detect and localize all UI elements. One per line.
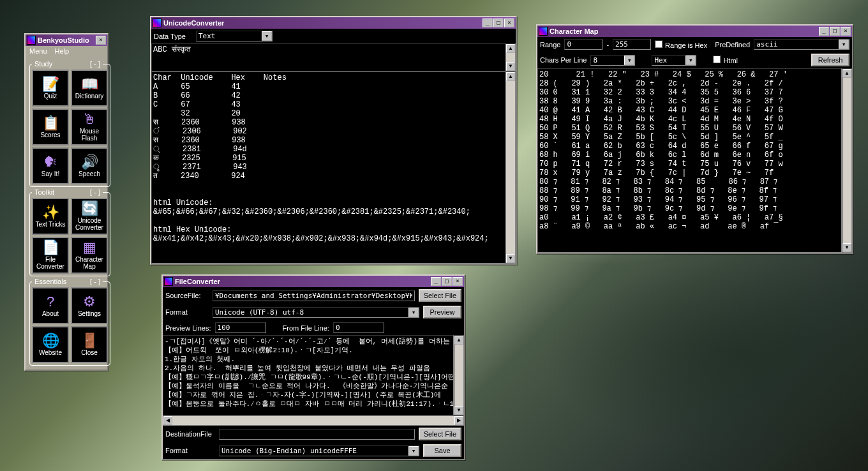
close-icon[interactable]: × [841, 27, 851, 36]
from-line-input[interactable] [333, 322, 384, 333]
tool-label: Say It! [41, 170, 59, 177]
tool-label: Quiz [44, 93, 57, 100]
charmap-grid[interactable]: 20 21 ! 22 " 23 # 24 $ 25 % 26 & 27 ' 28… [537, 68, 842, 253]
tool-icon: ✨ [42, 206, 59, 220]
tool-button-mouse-flash[interactable]: 🖱Mouse Flash [71, 108, 108, 146]
tool-icon: ▦ [83, 241, 96, 255]
tool-label: Mouse Flash [72, 128, 107, 142]
scrollbar-v[interactable]: ▲▼ [505, 43, 516, 71]
tool-button-website[interactable]: 🌐Website [32, 326, 69, 363]
toolbox-titlebar[interactable]: BenkyouStudio × [26, 34, 107, 46]
uconv-titlebar[interactable]: UnicodeConverter _ □ × [151, 17, 516, 29]
tool-label: Text Tricks [35, 221, 65, 228]
menu-item[interactable]: Menu [29, 47, 47, 55]
scrollbar-v[interactable]: ▲▼ [505, 71, 516, 264]
rangeis-label: Range is Hex [655, 40, 707, 49]
group-essentials: Essentials[ - ] ?About⚙Settings🌐Website🚪… [29, 278, 110, 366]
charmap-titlebar[interactable]: Character Map _ □ × [537, 26, 852, 37]
preview-lines-label: Preview Lines: [165, 324, 211, 332]
scrollbar-v[interactable]: ▲▼ [454, 335, 464, 415]
tool-label: Settings [78, 310, 101, 317]
tool-button-settings[interactable]: ⚙Settings [71, 287, 108, 324]
tool-button-dictionary[interactable]: 📖Dictionary [71, 70, 108, 107]
tool-button-text-tricks[interactable]: ✨Text Tricks [32, 198, 69, 235]
rangeis-checkbox[interactable] [655, 40, 662, 48]
html-label: Html [713, 56, 738, 64]
maximize-icon[interactable]: □ [493, 19, 504, 27]
collapse-button[interactable]: [ - ] [90, 188, 100, 196]
tool-label: About [42, 310, 59, 317]
close-icon[interactable]: × [96, 36, 106, 45]
preview-lines-input[interactable] [215, 322, 266, 333]
dst-format-select[interactable]: Unicode (Big-Endian) unicodeFFFE [219, 445, 419, 456]
source-path-input[interactable] [213, 290, 415, 301]
html-checkbox[interactable] [713, 56, 721, 63]
uconv-input[interactable]: ABC संस्कृत [151, 43, 505, 71]
app-icon [164, 277, 173, 286]
menu-bar: Menu Help [26, 46, 107, 56]
menu-item[interactable]: Help [55, 47, 70, 55]
tool-icon: 🌐 [42, 334, 59, 348]
tool-button-speech[interactable]: 🔊Speech [71, 147, 108, 184]
tool-icon: 📄 [42, 241, 59, 255]
scrollbar-h[interactable]: ◀▶ [163, 415, 464, 426]
tool-button-quiz[interactable]: 📝Quiz [32, 70, 69, 107]
close-icon[interactable]: × [453, 277, 463, 286]
minimize-icon[interactable]: _ [819, 27, 829, 36]
fconv-title: FileConverter [175, 278, 431, 285]
minimize-icon[interactable]: _ [431, 277, 441, 286]
tool-button-file-converter[interactable]: 📄File Converter [32, 237, 69, 274]
close-icon[interactable]: × [504, 19, 514, 27]
tool-button-say-it-[interactable]: 🗣Say It! [32, 147, 69, 184]
dest-path-input[interactable] [219, 429, 415, 440]
tool-label: Scores [40, 131, 60, 138]
tool-button-about[interactable]: ?About [32, 287, 69, 324]
range-from-input[interactable] [564, 39, 602, 50]
tool-icon: ? [47, 295, 54, 309]
app-icon [27, 36, 36, 45]
collapse-button[interactable]: [ - ] [90, 60, 100, 68]
predef-label: PreDefined [715, 41, 750, 49]
uconv-title: UnicodeConverter [163, 19, 483, 27]
range-to-input[interactable] [613, 39, 651, 50]
group-study: Study[ - ] 📝Quiz📖Dictionary📋Scores🖱Mouse… [29, 60, 110, 187]
cpl-select[interactable]: 8 [590, 55, 635, 66]
tool-icon: 🖱 [82, 112, 96, 126]
mode-select[interactable]: Hex [652, 55, 696, 66]
src-format-select[interactable]: Unicode (UTF-8) utf-8 [213, 307, 419, 318]
maximize-icon[interactable]: □ [830, 27, 840, 36]
select-file-button[interactable]: Select File [419, 289, 461, 302]
tool-label: Website [39, 349, 62, 356]
maximize-icon[interactable]: □ [442, 277, 452, 286]
datatype-select[interactable]: Text [196, 31, 273, 41]
select-file-button[interactable]: Select File [419, 428, 461, 440]
preview-button[interactable]: Preview [423, 306, 461, 318]
scrollbar-v[interactable]: ▲▼ [842, 68, 852, 253]
charmap-title: Character Map [550, 27, 819, 35]
tool-button-character-map[interactable]: ▦Character Map [71, 237, 108, 274]
toolbox-title: BenkyouStudio [38, 36, 96, 44]
tool-icon: 📝 [42, 77, 59, 91]
collapse-button[interactable]: [ - ] [90, 278, 100, 285]
save-button[interactable]: Save [423, 444, 461, 457]
tool-button-unicode-converter[interactable]: 🔄Unicode Converter [71, 198, 108, 235]
from-line-label: From File Line: [283, 324, 329, 332]
fconv-titlebar[interactable]: FileConverter _ □ × [163, 276, 464, 287]
minimize-icon[interactable]: _ [483, 19, 493, 27]
tool-button-close[interactable]: 🚪Close [71, 326, 108, 363]
app-icon [539, 27, 548, 36]
fconv-preview[interactable]: -ㄱ[접미사]《옛말》어미 ´-아⁄´·´-어⁄´·´-고⁄´ 등에 붙어, 머… [163, 335, 454, 415]
tool-button-scores[interactable]: 📋Scores [32, 108, 69, 146]
format-label: Format [165, 447, 215, 454]
unicode-converter-window: UnicodeConverter _ □ × Data Type Text AB… [150, 16, 517, 265]
predef-select[interactable]: ascii [754, 39, 849, 50]
tool-icon: 📖 [81, 77, 98, 91]
uconv-output[interactable]: Char Unicode Hex Notes A 65 41 B 66 42 C… [151, 71, 505, 264]
tool-label: Speech [79, 170, 100, 177]
tool-label: Character Map [72, 256, 107, 270]
range-label: Range [540, 41, 560, 49]
toolbox-window: BenkyouStudio × Menu Help Study[ - ] 📝Qu… [24, 33, 108, 371]
tool-label: File Converter [33, 256, 68, 270]
dest-label: DestinationFile [165, 430, 215, 438]
refresh-button[interactable]: Refresh [811, 54, 849, 66]
